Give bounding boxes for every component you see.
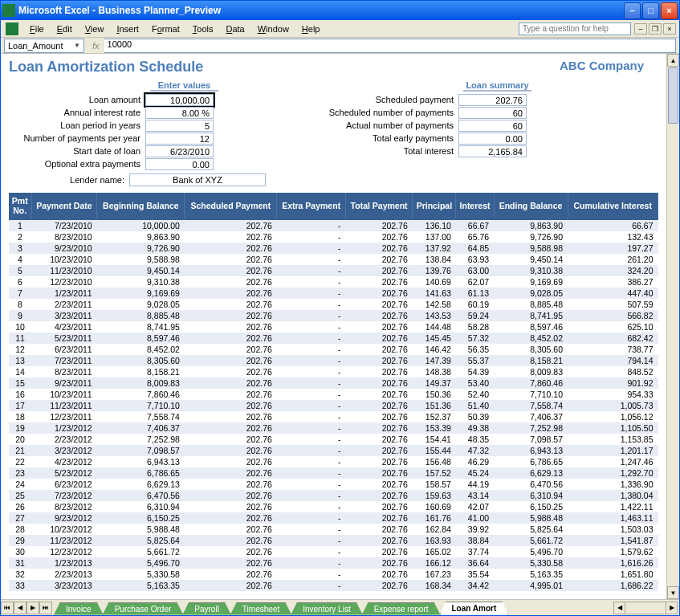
cell[interactable]: 12/23/2011 [31,411,97,422]
cell[interactable]: 202.76 [185,389,277,400]
loan-period-cell[interactable]: 5 [145,120,214,132]
cell[interactable]: - [277,501,346,512]
cell[interactable]: 202.76 [185,546,277,557]
horizontal-scrollbar[interactable]: ◀ ▶ [613,602,678,614]
cell[interactable]: 161.76 [413,512,456,524]
cell[interactable]: 56.35 [456,344,494,355]
cell[interactable]: 6,470.56 [494,479,568,490]
cell[interactable]: 7,098.57 [97,445,185,456]
cell[interactable]: - [277,377,346,389]
cell[interactable]: 8/23/2010 [31,231,97,243]
extra-payments-cell[interactable]: 0.00 [145,158,214,170]
cell[interactable]: 2/23/2012 [31,434,97,445]
cell[interactable]: 19 [9,422,31,434]
lender-name-cell[interactable]: Bank of XYZ [129,173,266,186]
cell[interactable]: 1,336.90 [568,479,658,490]
table-row[interactable]: 39/23/20109,726.90202.76-202.76137.9264.… [9,243,658,254]
cell[interactable]: 386.27 [568,276,658,288]
cell[interactable]: 167.23 [413,569,456,580]
cell[interactable]: 1,056.12 [568,411,658,422]
cell[interactable]: 160.69 [413,501,456,512]
cell[interactable]: 4,995.01 [494,580,568,591]
cell[interactable]: 28 [9,524,31,535]
cell[interactable]: - [277,231,346,243]
cell[interactable]: 9,588.98 [97,254,185,265]
cell[interactable]: 7,710.10 [494,389,568,400]
cell[interactable]: - [277,310,346,321]
cell[interactable]: 9,588.98 [494,243,568,254]
cell[interactable]: 158.57 [413,479,456,490]
cell[interactable]: 202.76 [345,288,412,299]
table-row[interactable]: 612/23/20109,310.38202.76-202.76140.6962… [9,276,658,288]
cell[interactable]: 202.76 [185,400,277,411]
menu-tools[interactable]: Tools [186,22,220,35]
cell[interactable]: - [277,288,346,299]
cell[interactable]: 7,710.10 [97,400,185,411]
tab-nav-last-button[interactable]: ⏭ [39,602,52,614]
cell[interactable]: 22 [9,456,31,467]
table-row[interactable]: 82/23/20119,028.05202.76-202.76142.5860.… [9,299,658,310]
cell[interactable]: 65.76 [456,231,494,243]
tab-invoice[interactable]: Invoice [54,602,104,615]
cell[interactable]: 202.76 [185,557,277,569]
cell[interactable]: 202.76 [185,299,277,310]
cell[interactable]: 848.52 [568,366,658,377]
cell[interactable]: - [277,422,346,434]
table-row[interactable]: 268/23/20126,310.94202.76-202.76160.6942… [9,501,658,512]
table-row[interactable]: 1711/23/20117,710.10202.76-202.76151.365… [9,400,658,411]
cell[interactable]: 202.76 [185,219,277,231]
cell[interactable]: 47.32 [456,445,494,456]
cell[interactable]: 1,686.22 [568,580,658,591]
cell[interactable]: 202.76 [185,445,277,456]
cell[interactable]: 1,541.87 [568,535,658,546]
cell[interactable]: 202.76 [185,265,277,276]
menu-file[interactable]: File [23,22,51,35]
cell[interactable]: 5,988.48 [494,512,568,524]
cell[interactable]: 5,988.48 [97,524,185,535]
tab-payroll[interactable]: Payroll [182,602,231,615]
cell[interactable]: 10/23/2012 [31,524,97,535]
table-row[interactable]: 311/23/20135,496.70202.76-202.76166.1236… [9,557,658,569]
table-row[interactable]: 191/23/20127,406.37202.76-202.76153.3949… [9,422,658,434]
cell[interactable]: 1,463.11 [568,512,658,524]
cell[interactable]: 140.69 [413,276,456,288]
cell[interactable]: 7,406.37 [494,411,568,422]
cell[interactable]: 25 [9,490,31,501]
tab-nav-next-button[interactable]: ▶ [26,602,39,614]
cell[interactable]: 33 [9,580,31,591]
table-row[interactable]: 2911/23/20125,825.64202.76-202.76163.933… [9,535,658,546]
cell[interactable]: 12/23/2010 [31,276,97,288]
table-row[interactable]: 224/23/20126,943.13202.76-202.76156.4846… [9,456,658,467]
cell[interactable]: 202.76 [345,219,412,231]
cell[interactable]: 202.76 [185,422,277,434]
cell[interactable]: 7,860.46 [494,377,568,389]
cell[interactable]: 202.76 [185,355,277,366]
fx-icon[interactable]: fx [92,41,100,51]
cell[interactable]: 1,247.46 [568,456,658,467]
cell[interactable]: 202.76 [345,490,412,501]
cell[interactable]: 6,150.25 [97,512,185,524]
cell[interactable]: 51.40 [456,400,494,411]
cell[interactable]: 324.20 [568,265,658,276]
cell[interactable]: 24 [9,479,31,490]
cell[interactable]: 144.48 [413,321,456,332]
cell[interactable]: - [277,524,346,535]
cell[interactable]: 202.76 [345,467,412,479]
cell[interactable]: 202.76 [185,512,277,524]
cell[interactable]: 8,452.02 [494,332,568,344]
cell[interactable]: 202.76 [185,501,277,512]
cell[interactable]: - [277,243,346,254]
scroll-down-button[interactable]: ▼ [667,586,679,599]
cell[interactable]: 9,169.69 [97,288,185,299]
cell[interactable]: 35.54 [456,569,494,580]
cell[interactable]: 5,661.72 [97,546,185,557]
cell[interactable]: 3/23/2013 [31,580,97,591]
cell[interactable]: - [277,535,346,546]
cell[interactable]: 202.76 [185,310,277,321]
cell[interactable]: 66.67 [568,219,658,231]
cell[interactable]: 738.77 [568,344,658,355]
table-row[interactable]: 115/23/20118,597.46202.76-202.76145.4557… [9,332,658,344]
minimize-button[interactable]: – [624,2,641,19]
table-row[interactable]: 410/23/20109,588.98202.76-202.76138.8463… [9,254,658,265]
cell[interactable]: 7/23/2012 [31,490,97,501]
